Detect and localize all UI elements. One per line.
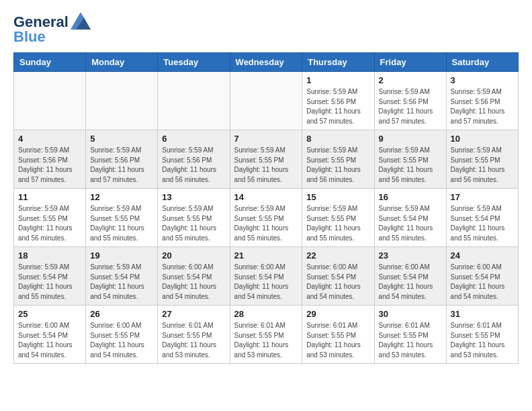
day-number: 28 — [234, 309, 298, 319]
calendar-cell: 11Sunrise: 5:59 AM Sunset: 5:55 PM Dayli… — [14, 189, 86, 247]
day-number: 20 — [162, 250, 225, 261]
calendar-cell: 6Sunrise: 5:59 AM Sunset: 5:56 PM Daylig… — [158, 130, 230, 189]
calendar-cell: 21Sunrise: 6:00 AM Sunset: 5:54 PM Dayli… — [230, 247, 302, 306]
calendar-cell: 26Sunrise: 6:00 AM Sunset: 5:55 PM Dayli… — [86, 306, 158, 364]
day-number: 15 — [306, 192, 369, 202]
column-header-wednesday: Wednesday — [230, 53, 302, 72]
calendar-cell: 30Sunrise: 6:01 AM Sunset: 5:55 PM Dayli… — [374, 306, 446, 364]
day-info: Sunrise: 6:01 AM Sunset: 5:55 PM Dayligh… — [451, 321, 514, 360]
calendar-cell: 31Sunrise: 6:01 AM Sunset: 5:55 PM Dayli… — [446, 306, 518, 364]
day-number: 4 — [18, 134, 81, 144]
day-number: 7 — [234, 134, 298, 144]
day-info: Sunrise: 5:59 AM Sunset: 5:56 PM Dayligh… — [451, 87, 514, 126]
calendar-cell — [158, 72, 230, 130]
day-number: 17 — [451, 192, 514, 202]
day-number: 26 — [90, 309, 153, 319]
column-header-saturday: Saturday — [446, 53, 518, 72]
day-info: Sunrise: 5:59 AM Sunset: 5:55 PM Dayligh… — [379, 146, 442, 185]
calendar-cell: 24Sunrise: 6:00 AM Sunset: 5:54 PM Dayli… — [446, 247, 518, 306]
day-number: 19 — [90, 250, 153, 261]
calendar-cell: 23Sunrise: 6:00 AM Sunset: 5:54 PM Dayli… — [374, 247, 446, 306]
calendar-cell: 18Sunrise: 5:59 AM Sunset: 5:54 PM Dayli… — [14, 247, 86, 306]
calendar-cell: 5Sunrise: 5:59 AM Sunset: 5:56 PM Daylig… — [86, 130, 158, 189]
column-header-friday: Friday — [374, 53, 446, 72]
calendar-week-row: 4Sunrise: 5:59 AM Sunset: 5:56 PM Daylig… — [14, 130, 519, 189]
day-number: 27 — [162, 309, 225, 319]
day-info: Sunrise: 5:59 AM Sunset: 5:54 PM Dayligh… — [379, 204, 442, 243]
day-info: Sunrise: 5:59 AM Sunset: 5:54 PM Dayligh… — [90, 263, 153, 302]
column-header-tuesday: Tuesday — [158, 53, 230, 72]
day-info: Sunrise: 6:01 AM Sunset: 5:55 PM Dayligh… — [306, 321, 369, 360]
calendar-cell — [14, 72, 86, 130]
day-info: Sunrise: 6:01 AM Sunset: 5:55 PM Dayligh… — [234, 321, 298, 360]
day-info: Sunrise: 6:00 AM Sunset: 5:54 PM Dayligh… — [18, 321, 81, 360]
day-info: Sunrise: 5:59 AM Sunset: 5:56 PM Dayligh… — [162, 146, 225, 185]
day-info: Sunrise: 5:59 AM Sunset: 5:56 PM Dayligh… — [90, 146, 153, 185]
calendar-cell: 16Sunrise: 5:59 AM Sunset: 5:54 PM Dayli… — [374, 189, 446, 247]
column-header-monday: Monday — [86, 53, 158, 72]
day-info: Sunrise: 5:59 AM Sunset: 5:55 PM Dayligh… — [234, 204, 298, 243]
day-info: Sunrise: 5:59 AM Sunset: 5:56 PM Dayligh… — [18, 146, 81, 185]
day-number: 12 — [90, 192, 153, 202]
calendar-cell: 2Sunrise: 5:59 AM Sunset: 5:56 PM Daylig… — [374, 72, 446, 130]
day-info: Sunrise: 6:01 AM Sunset: 5:55 PM Dayligh… — [379, 321, 442, 360]
logo: General Blue — [13, 13, 91, 46]
day-info: Sunrise: 5:59 AM Sunset: 5:55 PM Dayligh… — [234, 146, 298, 185]
day-info: Sunrise: 6:00 AM Sunset: 5:54 PM Dayligh… — [162, 263, 225, 302]
day-number: 25 — [18, 309, 81, 319]
calendar-cell: 8Sunrise: 5:59 AM Sunset: 5:55 PM Daylig… — [302, 130, 374, 189]
day-number: 1 — [306, 75, 369, 85]
calendar-header-row: SundayMondayTuesdayWednesdayThursdayFrid… — [14, 53, 519, 72]
day-number: 18 — [18, 250, 81, 261]
day-number: 8 — [306, 134, 369, 144]
page-header: General Blue — [13, 13, 519, 46]
calendar-cell: 1Sunrise: 5:59 AM Sunset: 5:56 PM Daylig… — [302, 72, 374, 130]
calendar-cell: 14Sunrise: 5:59 AM Sunset: 5:55 PM Dayli… — [230, 189, 302, 247]
day-info: Sunrise: 5:59 AM Sunset: 5:55 PM Dayligh… — [306, 146, 369, 185]
day-info: Sunrise: 6:01 AM Sunset: 5:55 PM Dayligh… — [162, 321, 225, 360]
calendar-week-row: 25Sunrise: 6:00 AM Sunset: 5:54 PM Dayli… — [14, 306, 519, 364]
day-info: Sunrise: 5:59 AM Sunset: 5:56 PM Dayligh… — [379, 87, 442, 126]
day-number: 22 — [306, 250, 369, 261]
day-number: 3 — [451, 75, 514, 85]
day-info: Sunrise: 6:00 AM Sunset: 5:55 PM Dayligh… — [90, 321, 153, 360]
calendar-cell: 3Sunrise: 5:59 AM Sunset: 5:56 PM Daylig… — [446, 72, 518, 130]
calendar-cell: 9Sunrise: 5:59 AM Sunset: 5:55 PM Daylig… — [374, 130, 446, 189]
calendar-cell: 7Sunrise: 5:59 AM Sunset: 5:55 PM Daylig… — [230, 130, 302, 189]
day-number: 30 — [379, 309, 442, 319]
calendar-cell: 12Sunrise: 5:59 AM Sunset: 5:55 PM Dayli… — [86, 189, 158, 247]
logo-icon — [71, 12, 91, 30]
calendar-cell: 29Sunrise: 6:01 AM Sunset: 5:55 PM Dayli… — [302, 306, 374, 364]
day-info: Sunrise: 6:00 AM Sunset: 5:54 PM Dayligh… — [379, 263, 442, 302]
day-number: 24 — [451, 250, 514, 261]
calendar-cell: 15Sunrise: 5:59 AM Sunset: 5:55 PM Dayli… — [302, 189, 374, 247]
day-number: 10 — [451, 134, 514, 144]
calendar-cell: 28Sunrise: 6:01 AM Sunset: 5:55 PM Dayli… — [230, 306, 302, 364]
day-info: Sunrise: 5:59 AM Sunset: 5:55 PM Dayligh… — [306, 204, 369, 243]
day-info: Sunrise: 5:59 AM Sunset: 5:54 PM Dayligh… — [451, 204, 514, 243]
calendar-week-row: 18Sunrise: 5:59 AM Sunset: 5:54 PM Dayli… — [14, 247, 519, 306]
day-number: 2 — [379, 75, 442, 85]
calendar-week-row: 1Sunrise: 5:59 AM Sunset: 5:56 PM Daylig… — [14, 72, 519, 130]
day-info: Sunrise: 5:59 AM Sunset: 5:55 PM Dayligh… — [18, 204, 81, 243]
calendar-table: SundayMondayTuesdayWednesdayThursdayFrid… — [13, 52, 519, 364]
day-number: 9 — [379, 134, 442, 144]
day-number: 14 — [234, 192, 298, 202]
day-number: 11 — [18, 192, 81, 202]
day-number: 29 — [306, 309, 369, 319]
calendar-cell: 10Sunrise: 5:59 AM Sunset: 5:55 PM Dayli… — [446, 130, 518, 189]
calendar-cell: 17Sunrise: 5:59 AM Sunset: 5:54 PM Dayli… — [446, 189, 518, 247]
calendar-cell: 19Sunrise: 5:59 AM Sunset: 5:54 PM Dayli… — [86, 247, 158, 306]
calendar-cell: 4Sunrise: 5:59 AM Sunset: 5:56 PM Daylig… — [14, 130, 86, 189]
day-number: 31 — [451, 309, 514, 319]
day-info: Sunrise: 6:00 AM Sunset: 5:54 PM Dayligh… — [306, 263, 369, 302]
day-number: 6 — [162, 134, 225, 144]
day-number: 5 — [90, 134, 153, 144]
day-number: 13 — [162, 192, 225, 202]
calendar-cell: 27Sunrise: 6:01 AM Sunset: 5:55 PM Dayli… — [158, 306, 230, 364]
calendar-cell: 22Sunrise: 6:00 AM Sunset: 5:54 PM Dayli… — [302, 247, 374, 306]
day-info: Sunrise: 5:59 AM Sunset: 5:56 PM Dayligh… — [306, 87, 369, 126]
calendar-cell: 20Sunrise: 6:00 AM Sunset: 5:54 PM Dayli… — [158, 247, 230, 306]
day-info: Sunrise: 5:59 AM Sunset: 5:55 PM Dayligh… — [162, 204, 225, 243]
calendar-cell: 13Sunrise: 5:59 AM Sunset: 5:55 PM Dayli… — [158, 189, 230, 247]
